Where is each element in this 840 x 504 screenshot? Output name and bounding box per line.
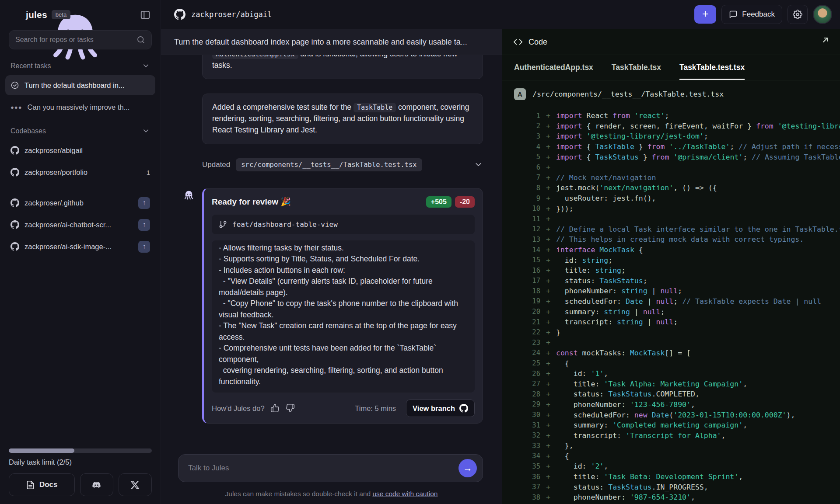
file-path: /src/components/__tests__/TaskTable.test… (532, 90, 724, 98)
file-path-row: A /src/components/__tests__/TaskTable.te… (502, 80, 840, 108)
code-panel: Code AuthenticatedApp.tsx TaskTable.tsx … (502, 29, 840, 504)
review-row: Ready for review 🎉 +505 -20 feat/dashboa… (182, 188, 483, 424)
feedback-button[interactable]: Feedback (721, 5, 782, 24)
chat-panel: Turn the default dashboard index page in… (161, 29, 502, 504)
diff-stats: +505 -20 (426, 196, 475, 208)
jules-squid-icon (182, 190, 195, 202)
topbar-actions: + Feedback (694, 5, 832, 24)
code-line: 35+ id: '2', (502, 461, 840, 472)
new-task-button[interactable]: + (694, 5, 716, 24)
review-body-line: covering rendering, searching, filtering… (219, 365, 468, 387)
review-card: Ready for review 🎉 +505 -20 feat/dashboa… (202, 188, 483, 424)
expand-icon[interactable] (818, 37, 829, 47)
github-icon (174, 9, 186, 20)
chevron-down-icon[interactable] (474, 160, 483, 169)
review-body-line: - Allows filtering tasks by their status… (219, 243, 468, 254)
sidebar-item-repo-abigail[interactable]: zackproser/abigail (5, 140, 155, 160)
sidebar-toggle-icon[interactable] (140, 9, 151, 21)
disclaimer-text: Jules can make mistakes so double-check … (225, 490, 373, 497)
code-line: 1+import React from 'react'; (502, 111, 840, 121)
sidebar-item-task-improve[interactable]: ●●● Can you massively improve th... (5, 97, 155, 117)
review-body-line: - "View Details" (currently alerts task … (219, 276, 468, 298)
sidebar-item-repo-portfolio[interactable]: zackproser/portfolio 1 (5, 162, 155, 182)
x-button[interactable] (119, 473, 152, 496)
codebases-section-header[interactable]: Codebases (0, 118, 161, 139)
topbar: zackproser/abigail + Feedback (161, 0, 840, 29)
chevron-down-icon (142, 127, 150, 135)
code-line: 33+ }, (502, 441, 840, 451)
code-line: 13+// This helps in creating mock data w… (502, 234, 840, 245)
message-list: AuthenticatedApp.tsx and is functional, … (161, 55, 502, 448)
content: Turn the default dashboard index page in… (161, 29, 840, 504)
document-icon (26, 480, 35, 490)
code-line: 11+ (502, 214, 840, 224)
git-branch-icon (219, 220, 227, 229)
arrow-up-icon[interactable]: ↑ (138, 219, 150, 231)
disclaimer: Jules can make mistakes so double-check … (161, 486, 502, 504)
disclaimer-link[interactable]: use code with caution (372, 490, 438, 497)
code-line: 23+ (502, 337, 840, 348)
task-label: Can you massively improve th... (28, 103, 130, 111)
app-root: jules beta Recent tasks Turn the default… (0, 0, 840, 504)
code-line: 27+ title: 'Task Alpha: Marketing Campai… (502, 379, 840, 389)
gear-icon (793, 10, 802, 19)
task-title: Turn the default dashboard index page in… (161, 29, 502, 55)
thumbs-down-icon[interactable] (286, 403, 295, 413)
repo-label: zackproser/abigail (24, 146, 83, 155)
file-author-badge: A (514, 88, 526, 100)
code-line: 3+import '@testing-library/jest-dom'; (502, 131, 840, 142)
docs-button[interactable]: Docs (9, 473, 75, 496)
updated-file-row: Updated src/components/__tests__/TaskTab… (202, 158, 483, 171)
message-card: Added a comprehensive test suite for the… (202, 94, 483, 144)
github-icon (459, 404, 468, 413)
repo-label: zackproser/portfolio (24, 168, 88, 177)
tab-tasktable[interactable]: TaskTable.tsx (612, 55, 661, 80)
sidebar-item-task-dashboard[interactable]: Turn the default dashboard in... (5, 75, 155, 95)
arrow-up-icon[interactable]: ↑ (138, 197, 150, 209)
sidebar-item-repo-github[interactable]: zackproser/.github ↑ (5, 193, 155, 213)
tab-authenticatedapp[interactable]: AuthenticatedApp.tsx (514, 55, 593, 80)
branch-bar: feat/dashboard-table-view (212, 215, 475, 234)
code-line: 36+ title: 'Task Beta: Development Sprin… (502, 472, 840, 482)
code-line: 14+interface MockTask { (502, 245, 840, 255)
sidebar-buttons: Docs (9, 473, 152, 496)
recent-tasks-section-header[interactable]: Recent tasks (0, 53, 161, 74)
chat-input[interactable] (188, 464, 452, 473)
arrow-up-icon[interactable]: ↑ (138, 241, 150, 253)
send-button[interactable]: → (458, 459, 477, 477)
code-line: 28+ status: TaskStatus.COMPLETED, (502, 389, 840, 400)
code-line: 20+ summary: string | null; (502, 306, 840, 317)
code-line: 24+const mockTasks: MockTask[] = [ (502, 348, 840, 358)
discord-button[interactable] (80, 473, 113, 496)
beta-badge: beta (52, 10, 70, 19)
search-icon (136, 35, 145, 44)
view-branch-button[interactable]: View branch (406, 400, 475, 417)
time-label: Time: 5 mins (355, 404, 396, 413)
settings-button[interactable] (788, 5, 808, 24)
code-line: 30+ scheduledFor: new Date('2023-01-15T1… (502, 410, 840, 420)
chevron-down-icon (142, 62, 150, 70)
review-body-line: - Comprehensive unit tests have been add… (219, 343, 468, 365)
updated-file-chip[interactable]: src/components/__tests__/TaskTable.test.… (236, 158, 422, 171)
deletions-badge: -20 (455, 196, 475, 208)
main-area: zackproser/abigail + Feedback Turn the d… (161, 0, 840, 504)
search-input[interactable] (15, 36, 132, 44)
code-tabs: AuthenticatedApp.tsx TaskTable.tsx TaskT… (502, 55, 840, 80)
review-body: - Allows filtering tasks by their status… (212, 240, 475, 393)
review-body-line: - The "New Task" creation card remains a… (219, 320, 468, 343)
additions-badge: +505 (426, 196, 452, 208)
github-icon (10, 198, 19, 207)
sidebar-item-repo-ai-chatbot[interactable]: zackproser/ai-chatbot-scr... ↑ (5, 215, 155, 235)
message-icon (729, 10, 738, 19)
review-header: Ready for review 🎉 +505 -20 (212, 196, 475, 208)
github-icon (10, 146, 19, 155)
review-body-line: - Supports sorting by Title, Status, and… (219, 254, 468, 265)
user-avatar[interactable] (813, 5, 832, 24)
sidebar-item-repo-ai-sdk[interactable]: zackproser/ai-sdk-image-... ↑ (5, 236, 155, 257)
github-icon (10, 168, 19, 177)
tab-tasktable-test[interactable]: TaskTable.test.tsx (679, 55, 745, 80)
docs-label: Docs (39, 480, 58, 489)
thumbs-up-icon[interactable] (270, 403, 280, 413)
repo-count-badge: 1 (147, 169, 150, 176)
check-circle-icon (10, 81, 19, 90)
